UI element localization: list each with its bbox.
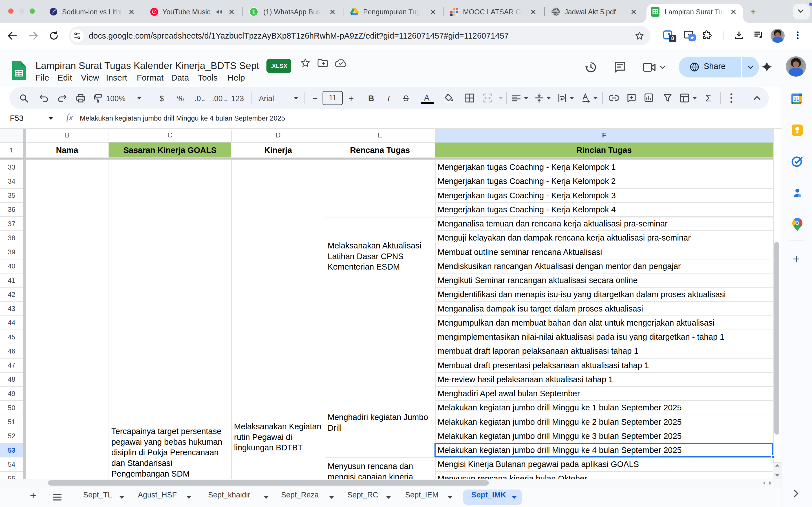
- svg-text:31: 31: [794, 97, 799, 102]
